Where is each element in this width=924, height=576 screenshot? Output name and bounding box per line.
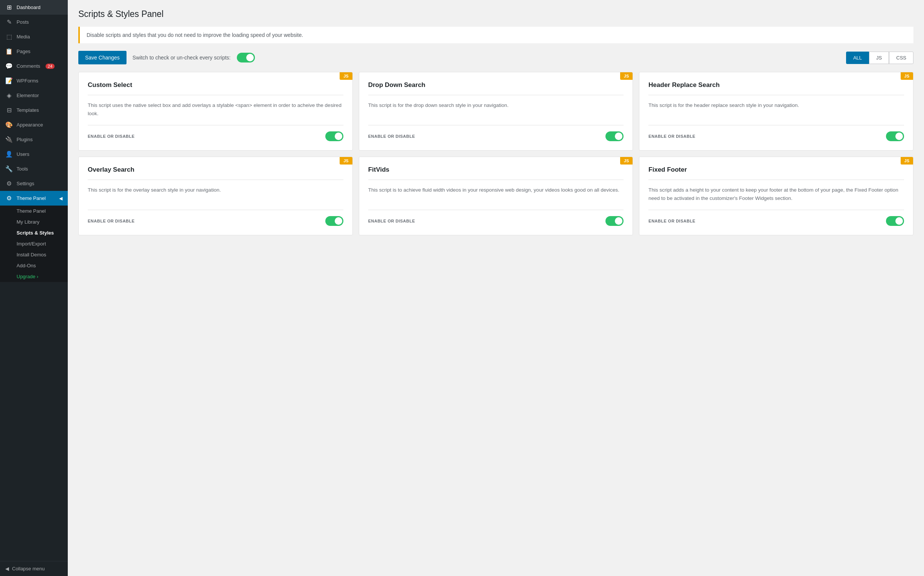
card-footer: ENABLE OR DISABLE <box>88 125 343 141</box>
card-description: This script uses the native select box a… <box>88 101 343 117</box>
card-title: Header Replace Search <box>649 81 904 95</box>
filter-css-button[interactable]: CSS <box>889 51 913 64</box>
collapse-menu-button[interactable]: ◀ Collapse menu <box>0 561 68 576</box>
sidebar-item-comments[interactable]: 💬 Comments 24 <box>0 59 68 74</box>
sidebar-item-templates[interactable]: ⊟ Templates <box>0 103 68 117</box>
card-footer: ENABLE OR DISABLE <box>649 210 904 226</box>
toggle-slider <box>886 131 904 141</box>
submenu-import-export[interactable]: Import/Export <box>0 238 68 249</box>
card-badge: JS <box>901 72 913 80</box>
comments-badge: 24 <box>46 64 54 69</box>
sidebar-item-label: Templates <box>16 107 39 113</box>
card-description: This script is for the drop down search … <box>368 101 624 117</box>
sidebar-item-label: WPForms <box>16 78 38 83</box>
sidebar-item-label: Media <box>16 34 30 40</box>
card-fitvids: JS FitVids This script is to achieve flu… <box>359 157 633 235</box>
sidebar-item-wpforms[interactable]: 📝 WPForms <box>0 74 68 88</box>
sidebar-item-label: Settings <box>16 181 34 186</box>
card-title: FitVids <box>368 166 624 180</box>
submenu-upgrade[interactable]: Upgrade › <box>0 271 68 282</box>
toggle-slider <box>605 131 623 141</box>
filter-all-button[interactable]: ALL <box>846 51 869 64</box>
card-toggle[interactable] <box>605 131 623 141</box>
card-badge: JS <box>620 157 633 165</box>
card-description: This script adds a height to your conten… <box>649 186 904 202</box>
enable-label: ENABLE OR DISABLE <box>368 134 415 139</box>
toggle-slider <box>325 216 343 226</box>
elementor-icon: ◈ <box>5 92 13 99</box>
sidebar-item-label: Appearance <box>16 122 43 128</box>
card-toggle[interactable] <box>325 216 343 226</box>
card-badge: JS <box>901 157 913 165</box>
filter-js-button[interactable]: JS <box>869 51 889 64</box>
sidebar-item-label: Tools <box>16 166 28 172</box>
pages-icon: 📋 <box>5 48 13 55</box>
card-badge: JS <box>339 157 352 165</box>
sidebar-item-users[interactable]: 👤 Users <box>0 147 68 162</box>
filter-group: ALL JS CSS <box>846 51 913 64</box>
main-content: Scripts & Styles Panel Disable scripts a… <box>68 0 924 576</box>
submenu-add-ons[interactable]: Add-Ons <box>0 260 68 271</box>
sidebar-item-label: Comments <box>16 63 40 69</box>
sidebar-item-tools[interactable]: 🔧 Tools <box>0 162 68 176</box>
enable-label: ENABLE OR DISABLE <box>88 219 135 223</box>
sidebar-item-label: Elementor <box>16 93 39 98</box>
cards-grid: JS Custom Select This script uses the na… <box>78 72 913 235</box>
sidebar-item-posts[interactable]: ✎ Posts <box>0 15 68 29</box>
card-description: This script is for the header replace se… <box>649 101 904 117</box>
switch-label: Switch to check or un-check every script… <box>133 54 231 61</box>
appearance-icon: 🎨 <box>5 121 13 128</box>
sidebar-item-settings[interactable]: ⚙ Settings <box>0 176 68 191</box>
sidebar-item-appearance[interactable]: 🎨 Appearance <box>0 117 68 132</box>
submenu-my-library[interactable]: My Library <box>0 216 68 227</box>
wpforms-icon: 📝 <box>5 77 13 84</box>
submenu-theme-panel[interactable]: Theme Panel <box>0 206 68 216</box>
card-title: Custom Select <box>88 81 343 95</box>
card-toggle[interactable] <box>886 131 904 141</box>
card-description: This script is for the overlay search st… <box>88 186 343 202</box>
master-toggle[interactable] <box>237 53 255 62</box>
enable-label: ENABLE OR DISABLE <box>368 219 415 223</box>
card-header-replace-search: JS Header Replace Search This script is … <box>639 72 913 150</box>
media-icon: ⬚ <box>5 33 13 40</box>
card-toggle[interactable] <box>886 216 904 226</box>
sidebar-item-label: Posts <box>16 19 29 25</box>
save-changes-button[interactable]: Save Changes <box>78 51 127 64</box>
notice-bar: Disable scripts and styles that you do n… <box>78 27 913 43</box>
card-title: Overlay Search <box>88 166 343 180</box>
toggle-slider <box>605 216 623 226</box>
card-drop-down-search: JS Drop Down Search This script is for t… <box>359 72 633 150</box>
plugins-icon: 🔌 <box>5 136 13 143</box>
sidebar: ⊞ Dashboard ✎ Posts ⬚ Media 📋 Pages 💬 Co… <box>0 0 68 576</box>
sidebar-item-pages[interactable]: 📋 Pages <box>0 44 68 59</box>
card-toggle[interactable] <box>605 216 623 226</box>
sidebar-item-label: Plugins <box>16 137 33 142</box>
toggle-slider <box>886 216 904 226</box>
card-badge: JS <box>339 72 352 80</box>
card-toggle[interactable] <box>325 131 343 141</box>
sidebar-item-label: Pages <box>16 48 30 54</box>
dashboard-icon: ⊞ <box>5 4 13 11</box>
toggle-slider <box>325 131 343 141</box>
templates-icon: ⊟ <box>5 107 13 114</box>
card-footer: ENABLE OR DISABLE <box>368 125 624 141</box>
users-icon: 👤 <box>5 150 13 158</box>
sidebar-item-dashboard[interactable]: ⊞ Dashboard <box>0 0 68 15</box>
posts-icon: ✎ <box>5 18 13 26</box>
notice-text: Disable scripts and styles that you do n… <box>86 32 303 38</box>
sidebar-item-media[interactable]: ⬚ Media <box>0 29 68 44</box>
sidebar-item-label: Theme Panel <box>16 195 46 201</box>
submenu-install-demos[interactable]: Install Demos <box>0 249 68 260</box>
card-overlay-search: JS Overlay Search This script is for the… <box>78 157 353 235</box>
sidebar-item-theme-panel[interactable]: ⚙ Theme Panel ◀ <box>0 191 68 206</box>
submenu-scripts-styles[interactable]: Scripts & Styles <box>0 227 68 238</box>
sidebar-item-elementor[interactable]: ◈ Elementor <box>0 88 68 103</box>
card-badge: JS <box>620 72 633 80</box>
page-title: Scripts & Styles Panel <box>78 9 913 19</box>
sidebar-item-label: Dashboard <box>16 5 41 10</box>
sidebar-item-plugins[interactable]: 🔌 Plugins <box>0 132 68 147</box>
theme-panel-submenu: Theme Panel My Library Scripts & Styles … <box>0 206 68 282</box>
toggle-slider <box>237 53 255 62</box>
comments-icon: 💬 <box>5 62 13 70</box>
card-footer: ENABLE OR DISABLE <box>88 210 343 226</box>
